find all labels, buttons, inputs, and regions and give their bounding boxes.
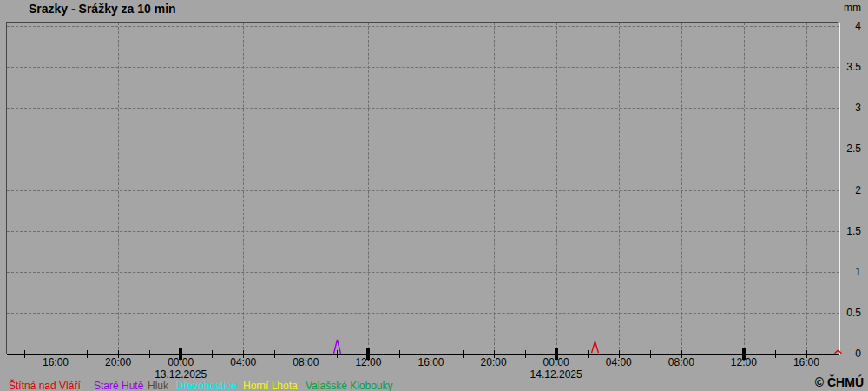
chart-title: Srazky - Srážky za 10 min bbox=[29, 2, 176, 16]
x-tick-label: 04:00 bbox=[606, 356, 632, 368]
x-tick-label: 00:00 bbox=[543, 356, 569, 368]
y-gridline bbox=[7, 149, 839, 149]
y-gridline bbox=[7, 272, 839, 273]
x-tick-label: 12:00 bbox=[355, 356, 381, 368]
y-gridline bbox=[7, 26, 839, 27]
legend-item: Štítná nad Vláří bbox=[9, 380, 81, 391]
x-tick-label: 20:00 bbox=[481, 356, 507, 368]
x-axis-tick bbox=[650, 350, 651, 358]
y-tick-label: 0 bbox=[840, 348, 861, 359]
x-axis-tick bbox=[87, 350, 88, 358]
y-gridline bbox=[7, 67, 839, 68]
copyright-label: © ČHMÚ bbox=[815, 375, 864, 389]
x-gridline bbox=[368, 23, 369, 354]
x-axis-tick bbox=[588, 350, 589, 358]
x-gridline bbox=[243, 23, 244, 354]
x-axis-tick bbox=[212, 350, 213, 358]
legend-item: Dřevohostice bbox=[176, 380, 237, 391]
x-gridline bbox=[619, 23, 620, 354]
x-gridline bbox=[494, 23, 495, 354]
x-tick-label: 04:00 bbox=[230, 356, 256, 368]
x-tick-label: 08:00 bbox=[293, 356, 319, 368]
y-gridline bbox=[7, 313, 839, 314]
x-axis-tick bbox=[24, 350, 25, 358]
x-gridline bbox=[306, 23, 306, 354]
y-tick-label: 1.5 bbox=[840, 226, 861, 236]
plot-area bbox=[7, 23, 839, 355]
x-axis-tick bbox=[399, 350, 400, 358]
x-tick-label: 00:00 bbox=[168, 356, 194, 368]
x-gridline bbox=[431, 23, 431, 354]
legend-item: Valašské Klobouky bbox=[306, 380, 393, 391]
x-gridline bbox=[118, 23, 119, 354]
legend-item: Horní Lhota bbox=[243, 380, 298, 391]
x-gridline bbox=[681, 23, 682, 354]
y-axis-unit-label: mm bbox=[840, 2, 861, 14]
x-tick-label: 16:00 bbox=[43, 356, 69, 368]
y-gridline bbox=[7, 108, 839, 109]
y-tick-label: 2.5 bbox=[840, 143, 861, 154]
x-axis-tick bbox=[775, 350, 776, 358]
y-tick-label: 2 bbox=[840, 185, 861, 196]
x-axis-tick bbox=[525, 350, 526, 358]
x-axis-tick bbox=[463, 350, 464, 358]
date-label: 13.12.2025 bbox=[155, 368, 207, 381]
x-gridline bbox=[181, 23, 181, 354]
y-tick-label: 1 bbox=[840, 267, 861, 277]
x-tick-label: 16:00 bbox=[793, 356, 819, 368]
legend-item: Hluk bbox=[148, 380, 168, 391]
x-axis-tick bbox=[274, 350, 275, 358]
legend-item: Staré Hutě bbox=[94, 380, 143, 391]
precipitation-chart-window: Srazky - Srážky za 10 min mm 43.532.521.… bbox=[0, 0, 868, 391]
y-tick-label: 0.5 bbox=[840, 308, 861, 318]
data-spike bbox=[333, 339, 341, 354]
x-axis-tick bbox=[713, 350, 713, 358]
x-gridline bbox=[806, 23, 807, 354]
y-gridline bbox=[7, 231, 839, 232]
y-tick-label: 3 bbox=[840, 103, 861, 113]
y-tick-label: 3.5 bbox=[840, 62, 861, 72]
x-tick-label: 16:00 bbox=[418, 356, 444, 368]
y-tick-label: 4 bbox=[840, 21, 861, 31]
x-tick-label: 08:00 bbox=[668, 356, 694, 368]
x-tick-label: 20:00 bbox=[105, 356, 131, 368]
x-tick-label: 12:00 bbox=[731, 356, 757, 368]
legend: Štítná nad VláříStaré HutěHlukDřevohosti… bbox=[0, 380, 868, 391]
y-gridline bbox=[7, 190, 839, 191]
date-label: 14.12.2025 bbox=[530, 368, 582, 381]
x-gridline bbox=[56, 23, 56, 354]
x-gridline bbox=[744, 23, 745, 354]
x-gridline bbox=[556, 23, 557, 354]
data-spike bbox=[591, 341, 599, 354]
x-axis-tick bbox=[149, 350, 150, 358]
